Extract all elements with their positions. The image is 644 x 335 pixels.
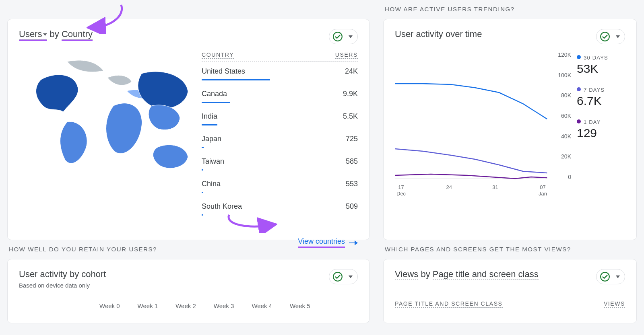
table-row[interactable]: China553 xyxy=(202,175,358,197)
svg-point-0 xyxy=(333,32,342,41)
metric-selector[interactable]: Users xyxy=(19,29,47,40)
card-status-pill[interactable] xyxy=(596,269,625,284)
chevron-down-icon xyxy=(616,275,620,278)
col-page: PAGE TITLE AND SCREEN CLASS xyxy=(395,300,503,308)
card-subtitle-cohort: Based on device data only xyxy=(19,282,106,289)
dimension-link[interactable]: Page title and screen class xyxy=(433,269,539,280)
svg-point-4 xyxy=(601,272,609,281)
check-circle-icon xyxy=(332,31,343,42)
cohort-week: Week 1 xyxy=(138,302,158,309)
user-activity-by-cohort-card: User activity by cohort Based on device … xyxy=(7,259,369,323)
country-users: 725 xyxy=(346,135,358,143)
col-views: VIEWS xyxy=(604,300,625,308)
country-name: Taiwan xyxy=(202,157,224,166)
legend-item: 1 DAY129 xyxy=(577,118,625,140)
card-title-users-by-country: Users by Country xyxy=(19,29,93,39)
svg-point-3 xyxy=(333,272,342,281)
section-heading-views: WHICH PAGES AND SCREENS GET THE MOST VIE… xyxy=(385,246,637,253)
legend-item: 7 DAYS6.7K xyxy=(577,86,625,108)
country-name: Canada xyxy=(202,90,227,98)
chevron-down-icon xyxy=(616,35,620,38)
trend-legend: 30 DAYS53K7 DAYS6.7K1 DAY129 xyxy=(577,51,625,196)
card-title-cohort: User activity by cohort xyxy=(19,269,106,280)
chevron-down-icon xyxy=(349,275,353,278)
card-status-pill[interactable] xyxy=(329,269,358,284)
country-name: South Korea xyxy=(202,202,242,211)
view-countries-link[interactable]: View countries xyxy=(298,237,345,248)
cohort-week-headers: Week 0Week 1Week 2Week 3Week 4Week 5 xyxy=(19,302,358,309)
cohort-week: Week 4 xyxy=(252,302,272,309)
arrow-right-icon xyxy=(349,240,358,246)
table-row[interactable]: South Korea509 xyxy=(202,197,358,220)
user-activity-over-time-card: User activity over time 120K100K80K60K40… xyxy=(383,19,637,240)
table-row[interactable]: Taiwan585 xyxy=(202,152,358,175)
x-axis-labels: 17Dec243107Jan xyxy=(395,182,571,197)
svg-rect-2 xyxy=(395,179,547,179)
country-name: Japan xyxy=(202,135,221,143)
trend-chart[interactable]: 120K100K80K60K40K20K0 17Dec243107Jan xyxy=(395,51,571,196)
legend-item: 30 DAYS53K xyxy=(577,54,625,76)
cohort-week: Week 2 xyxy=(175,302,196,309)
country-users: 585 xyxy=(346,157,358,166)
card-title-views: Views by Page title and screen class xyxy=(395,269,539,280)
table-row[interactable]: United States24K xyxy=(202,62,358,84)
section-heading-trending: HOW ARE ACTIVE USERS TRENDING? xyxy=(385,6,637,12)
check-circle-icon xyxy=(332,271,343,282)
table-row[interactable]: Canada9.9K xyxy=(202,84,358,107)
country-users: 5.5K xyxy=(343,112,358,121)
y-axis-labels: 120K100K80K60K40K20K0 xyxy=(549,51,571,180)
section-heading-placeholder xyxy=(9,6,369,12)
svg-point-1 xyxy=(601,32,609,41)
cohort-week: Week 0 xyxy=(99,302,120,309)
views-by-page-card: Views by Page title and screen class PAG… xyxy=(383,259,637,323)
country-table: COUNTRY USERS United States24KCanada9.9K… xyxy=(202,51,358,220)
country-name: India xyxy=(202,112,217,121)
table-row[interactable]: India5.5K xyxy=(202,107,358,129)
dimension-link[interactable]: Country xyxy=(62,29,93,40)
cohort-week: Week 3 xyxy=(214,302,234,309)
users-by-country-card: Users by Country xyxy=(7,19,369,240)
card-status-pill[interactable] xyxy=(329,29,358,44)
country-users: 553 xyxy=(346,180,358,188)
card-title-trend: User activity over time xyxy=(395,29,482,39)
card-status-pill[interactable] xyxy=(596,29,625,44)
metric-selector[interactable]: Views xyxy=(395,269,418,280)
country-users: 24K xyxy=(345,67,358,76)
col-users: USERS xyxy=(335,51,358,59)
cohort-week: Week 5 xyxy=(290,302,310,309)
chevron-down-icon xyxy=(349,35,353,38)
check-circle-icon xyxy=(600,271,610,282)
world-map[interactable] xyxy=(19,51,192,180)
country-name: United States xyxy=(202,67,245,76)
table-row[interactable]: Japan725 xyxy=(202,129,358,152)
col-country: COUNTRY xyxy=(202,51,234,59)
country-users: 509 xyxy=(346,202,358,211)
country-name: China xyxy=(202,180,221,188)
check-circle-icon xyxy=(600,31,610,42)
country-users: 9.9K xyxy=(343,90,358,98)
